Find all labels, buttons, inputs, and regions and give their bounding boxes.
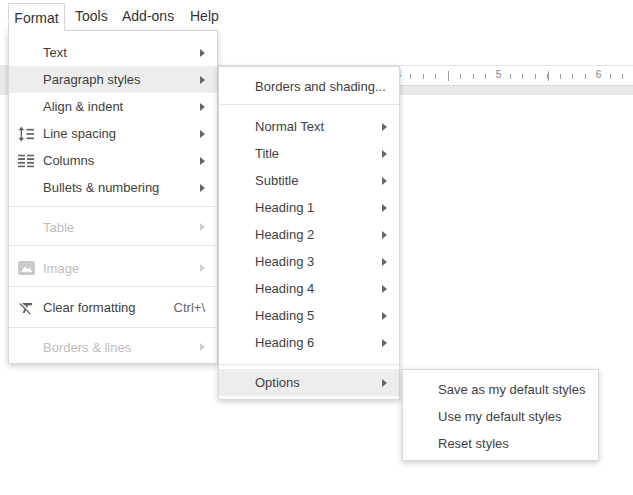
menu-item-label: Use my default styles [438, 409, 562, 424]
menu-item-label: Heading 5 [255, 308, 314, 323]
submenu-arrow-icon [200, 184, 205, 192]
menu-item-label: Save as my default styles [438, 382, 585, 397]
menu-item-reset-styles[interactable]: Reset styles [403, 430, 598, 457]
menu-item-label: Normal Text [255, 119, 324, 134]
submenu-arrow-icon [382, 379, 387, 387]
submenu-arrow-icon [382, 339, 387, 347]
menu-item-use-default-styles[interactable]: Use my default styles [403, 403, 598, 430]
menu-item-align-indent[interactable]: Align & indent [9, 93, 217, 120]
menu-item-label: Image [43, 261, 79, 276]
paragraph-styles-menu: Borders and shading... Normal Text Title… [218, 66, 400, 400]
menu-item-shortcut: Ctrl+\ [174, 300, 205, 315]
submenu-arrow-icon [200, 76, 205, 84]
menu-separator [9, 245, 217, 246]
menu-separator [9, 206, 217, 207]
menu-item-heading-2[interactable]: Heading 2 [219, 221, 399, 248]
menu-item-image: Image [9, 254, 217, 282]
menu-separator [219, 104, 399, 105]
menu-item-label: Heading 4 [255, 281, 314, 296]
menu-item-label: Columns [43, 153, 94, 168]
submenu-arrow-icon [382, 231, 387, 239]
menu-item-heading-3[interactable]: Heading 3 [219, 248, 399, 275]
menu-item-label: Text [43, 45, 67, 60]
menu-item-subtitle[interactable]: Subtitle [219, 167, 399, 194]
menu-separator [219, 364, 399, 365]
menu-item-label: Subtitle [255, 173, 298, 188]
submenu-arrow-icon [200, 157, 205, 165]
canvas-left-edge [0, 66, 8, 95]
menu-item-label: Heading 1 [255, 200, 314, 215]
menu-item-borders-and-shading[interactable]: Borders and shading... [219, 73, 399, 100]
clear-formatting-icon [18, 299, 35, 316]
format-menu: Text Paragraph styles Align & indent Lin… [8, 30, 218, 364]
submenu-arrow-icon [382, 258, 387, 266]
menu-item-label: Bullets & numbering [43, 180, 159, 195]
menu-format[interactable]: Format [8, 3, 65, 31]
google-docs-window: Tools Add-ons Help Format 11 B I U A [0, 0, 633, 495]
menu-item-heading-4[interactable]: Heading 4 [219, 275, 399, 302]
menu-item-table: Table [9, 213, 217, 241]
submenu-arrow-icon [382, 285, 387, 293]
submenu-arrow-icon [382, 177, 387, 185]
submenu-arrow-icon [200, 264, 205, 272]
menu-item-label: Paragraph styles [43, 72, 141, 87]
submenu-arrow-icon [200, 130, 205, 138]
menu-item-label: Line spacing [43, 126, 116, 141]
menu-item-bullets-numbering[interactable]: Bullets & numbering [9, 174, 217, 201]
ruler-mark: 5 [492, 69, 505, 80]
submenu-arrow-icon [200, 49, 205, 57]
menu-item-columns[interactable]: Columns [9, 147, 217, 174]
menu-item-heading-6[interactable]: Heading 6 [219, 329, 399, 356]
submenu-arrow-icon [382, 204, 387, 212]
menu-item-paragraph-styles[interactable]: Paragraph styles [9, 66, 217, 93]
columns-icon [18, 154, 34, 167]
menu-item-line-spacing[interactable]: Line spacing [9, 120, 217, 147]
menu-item-label: Align & indent [43, 99, 123, 114]
menu-item-label: Title [255, 146, 279, 161]
menu-item-label: Table [43, 220, 74, 235]
menu-item-title[interactable]: Title [219, 140, 399, 167]
ruler-half-tick [448, 71, 449, 81]
menu-item-options[interactable]: Options [219, 369, 399, 396]
menu-item-text[interactable]: Text [9, 39, 217, 66]
menu-item-save-default-styles[interactable]: Save as my default styles [403, 376, 598, 403]
menu-separator [9, 327, 217, 328]
menu-item-clear-formatting[interactable]: Clear formatting Ctrl+\ [9, 294, 217, 321]
menu-item-label: Borders and shading... [255, 79, 386, 94]
submenu-arrow-icon [200, 343, 205, 351]
menu-item-heading-1[interactable]: Heading 1 [219, 194, 399, 221]
menu-help[interactable]: Help [190, 8, 219, 24]
ruler-mark: 6 [592, 69, 605, 80]
submenu-arrow-icon [382, 123, 387, 131]
submenu-arrow-icon [200, 223, 205, 231]
ruler-half-tick [548, 71, 549, 81]
menu-item-label: Heading 3 [255, 254, 314, 269]
menu-separator [9, 286, 217, 287]
options-menu: Save as my default styles Use my default… [402, 369, 599, 461]
submenu-arrow-icon [200, 103, 205, 111]
menu-addons[interactable]: Add-ons [122, 8, 174, 24]
menu-bar: Tools Add-ons Help [0, 0, 633, 30]
menu-item-label: Heading 2 [255, 227, 314, 242]
menu-item-heading-5[interactable]: Heading 5 [219, 302, 399, 329]
menu-item-label: Reset styles [438, 436, 509, 451]
menu-item-label: Heading 6 [255, 335, 314, 350]
submenu-arrow-icon [382, 150, 387, 158]
menu-item-label: Clear formatting [43, 300, 135, 315]
menu-item-normal-text[interactable]: Normal Text [219, 113, 399, 140]
line-spacing-icon [18, 126, 34, 141]
menu-item-label: Borders & lines [43, 340, 131, 355]
submenu-arrow-icon [382, 312, 387, 320]
menu-item-borders-lines: Borders & lines [9, 333, 217, 361]
menu-tools[interactable]: Tools [75, 8, 108, 24]
menu-item-label: Options [255, 375, 300, 390]
image-icon [18, 261, 35, 275]
